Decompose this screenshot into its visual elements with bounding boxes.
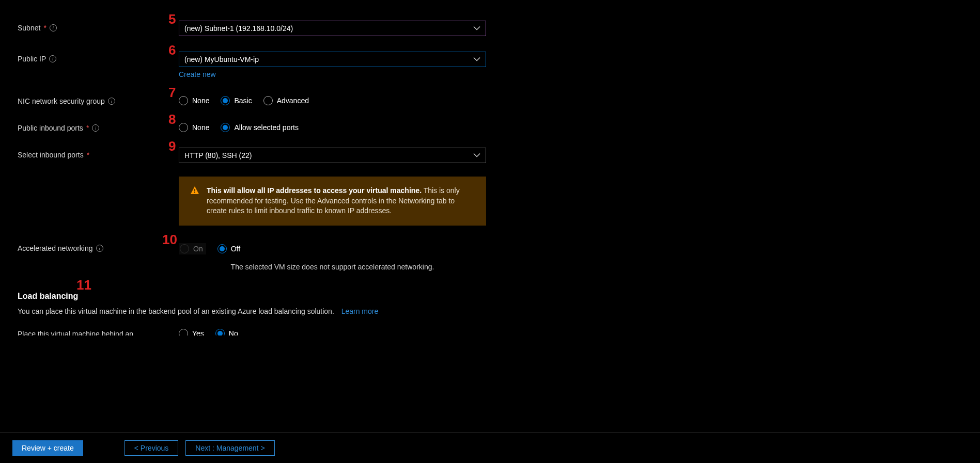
inbound-ports-radio-group: None Allow selected ports [179,121,486,132]
warning-icon [190,186,199,216]
annotation-8: 8 [168,111,176,127]
accel-on-radio: On [179,243,206,254]
info-icon[interactable]: i [49,55,56,62]
select-ports-value: HTTP (80), SSH (22) [184,151,252,159]
required-indicator: * [87,151,89,159]
nsg-none-label: None [192,97,209,105]
load-balancing-desc: You can place this virtual machine in th… [18,307,334,315]
accel-label: Accelerated networking [18,244,93,252]
nsg-basic-radio[interactable]: Basic [221,96,252,105]
chevron-down-icon [473,26,480,31]
annotation-10: 10 [162,232,177,248]
behind-no-radio[interactable]: No [215,329,238,336]
accel-off-label: Off [231,245,240,253]
public-ip-dropdown[interactable]: (new) MyUbuntu-VM-ip [179,52,486,67]
review-create-button[interactable]: Review + create [12,440,83,456]
behind-yes-label: Yes [192,329,204,336]
accel-radio-group: On Off [179,241,486,254]
annotation-5: 5 [168,11,176,27]
accel-on-label: On [193,245,203,253]
inbound-allow-label: Allow selected ports [234,123,299,132]
previous-button[interactable]: < Previous [125,440,179,456]
inbound-allow-radio[interactable]: Allow selected ports [221,123,299,132]
create-new-link[interactable]: Create new [179,70,216,78]
public-ip-label: Public IP [18,55,46,63]
info-icon[interactable]: i [92,124,99,132]
annotation-11: 11 [76,277,91,293]
inbound-none-label: None [192,123,209,132]
info-icon[interactable]: i [108,98,115,105]
svg-rect-0 [194,189,195,191]
accel-off-radio[interactable]: Off [217,244,240,253]
nsg-label: NIC network security group [18,97,105,105]
chevron-down-icon [473,57,480,62]
behind-lb-radio-group: Yes No [179,327,486,336]
required-indicator: * [43,24,46,32]
chevron-down-icon [473,153,480,158]
svg-rect-1 [194,192,195,193]
select-ports-dropdown[interactable]: HTTP (80), SSH (22) [179,148,486,163]
behind-yes-radio[interactable]: Yes [179,329,204,336]
behind-lb-label: Place this virtual machine behind an [18,330,133,336]
subnet-label: Subnet [18,24,40,32]
public-ip-value: (new) MyUbuntu-VM-ip [184,55,259,63]
accel-helper-text: The selected VM size does not support ac… [179,263,486,271]
nsg-advanced-radio[interactable]: Advanced [263,96,309,105]
wizard-footer: Review + create < Previous Next : Manage… [0,432,980,463]
load-balancing-learn-more[interactable]: Learn more [341,307,379,315]
nsg-advanced-label: Advanced [277,97,309,105]
next-button[interactable]: Next : Management > [185,440,274,456]
warning-bold: This will allow all IP addresses to acce… [207,186,422,195]
nsg-basic-label: Basic [234,97,252,105]
nsg-radio-group: None Basic Advanced [179,94,486,105]
inbound-ports-label: Public inbound ports [18,124,83,132]
load-balancing-heading: 11 Load balancing [18,292,980,301]
behind-no-label: No [229,329,238,336]
inbound-none-radio[interactable]: None [179,123,209,132]
info-icon[interactable]: i [50,24,57,31]
info-icon[interactable]: i [96,245,103,252]
subnet-dropdown[interactable]: (new) Subnet-1 (192.168.10.0/24) [179,21,486,36]
inbound-warning: This will allow all IP addresses to acce… [179,177,486,226]
annotation-7: 7 [168,85,176,101]
required-indicator: * [86,124,89,132]
subnet-value: (new) Subnet-1 (192.168.10.0/24) [184,24,293,33]
nsg-none-radio[interactable]: None [179,96,209,105]
select-ports-label: Select inbound ports [18,151,84,159]
annotation-6: 6 [168,42,176,58]
annotation-9: 9 [168,138,176,154]
